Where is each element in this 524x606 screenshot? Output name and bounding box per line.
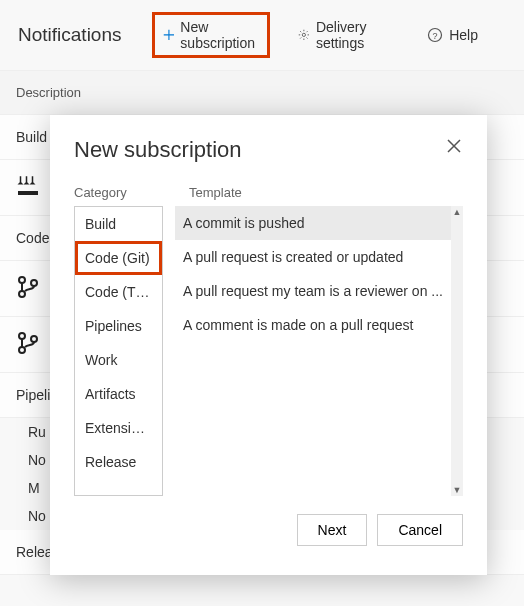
close-button[interactable] [445,137,463,159]
category-item[interactable]: Code (Git) [75,241,162,275]
category-item[interactable]: Release [75,445,162,479]
plus-icon [163,27,175,43]
scroll-up-icon[interactable]: ▲ [451,206,463,218]
template-item[interactable]: A pull request my team is a reviewer on … [175,274,451,308]
delivery-settings-label: Delivery settings [316,19,391,51]
category-item[interactable]: Code (TFVC) [75,275,162,309]
svg-point-9 [31,336,37,342]
new-subscription-dialog: New subscription Category Template Build… [50,115,487,575]
close-icon [447,139,461,156]
category-item[interactable]: Build [75,207,162,241]
cancel-button[interactable]: Cancel [377,514,463,546]
scroll-down-icon[interactable]: ▼ [451,484,463,496]
category-item[interactable]: Pipelines [75,309,162,343]
svg-point-7 [19,333,25,339]
template-item[interactable]: A comment is made on a pull request [175,308,451,342]
svg-point-0 [302,33,305,36]
category-item[interactable]: Artifacts [75,377,162,411]
svg-point-4 [19,277,25,283]
delivery-settings-button[interactable]: Delivery settings [290,15,399,55]
build-icon [16,174,40,201]
toolbar: Notifications New subscription Delivery … [0,0,524,71]
category-item[interactable]: Extension ... [75,411,162,445]
template-item[interactable]: A commit is pushed [175,206,451,240]
description-header: Description [0,71,524,115]
dialog-title: New subscription [74,137,242,163]
new-subscription-label: New subscription [180,19,259,51]
svg-point-8 [19,347,25,353]
svg-rect-3 [18,191,38,195]
branch-icon [16,275,40,302]
branch-icon [16,331,40,358]
gear-icon [298,27,310,43]
category-label: Category [74,185,189,200]
svg-text:?: ? [433,31,438,41]
page-title: Notifications [18,24,122,46]
help-button[interactable]: ? Help [419,23,486,47]
svg-point-6 [31,280,37,286]
template-list[interactable]: A commit is pushed A pull request is cre… [175,206,451,496]
template-item[interactable]: A pull request is created or updated [175,240,451,274]
template-label: Template [189,185,463,200]
next-button[interactable]: Next [297,514,368,546]
category-item[interactable]: Work [75,343,162,377]
help-label: Help [449,27,478,43]
new-subscription-button[interactable]: New subscription [152,12,271,58]
category-list[interactable]: Build Code (Git) Code (TFVC) Pipelines W… [74,206,163,496]
help-icon: ? [427,27,443,43]
template-scrollbar[interactable]: ▲ ▼ [451,206,463,496]
svg-point-5 [19,291,25,297]
